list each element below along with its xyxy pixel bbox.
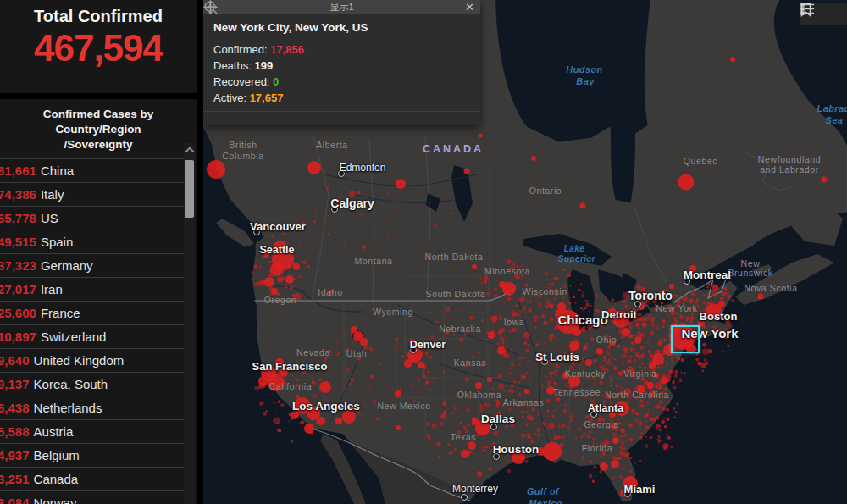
case-count: 65,778 <box>0 211 36 225</box>
total-confirmed-value: 467,594 <box>0 28 197 69</box>
total-confirmed-panel: Total Confirmed 467,594 <box>0 0 197 93</box>
list-item[interactable]: 6,438Netherlands <box>0 396 185 420</box>
country-name: Austria <box>34 424 74 439</box>
list-item[interactable]: 37,323Germany <box>0 254 185 278</box>
country-list: 81,661China74,386Italy65,778US49,515Spai… <box>0 158 185 504</box>
case-count: 49,515 <box>0 235 36 249</box>
popup-stat-row: Confirmed: 17,856 <box>213 42 470 58</box>
case-count: 6,438 <box>0 401 30 415</box>
country-name: Norway <box>34 496 77 504</box>
list-item[interactable]: 10,897Switzerland <box>0 325 185 349</box>
popup-title: New York City, New York, US <box>213 21 470 34</box>
list-item[interactable]: 25,600France <box>0 302 185 325</box>
popup-stat-row: Deaths: 199 <box>213 58 470 74</box>
list-item[interactable]: 27,017Iran <box>0 278 185 302</box>
list-item[interactable]: 9,137Korea, South <box>0 373 185 396</box>
popup-body: New York City, New York, US Confirmed: 1… <box>203 14 480 111</box>
country-name: Switzerland <box>41 330 107 344</box>
list-item[interactable]: 3,084Norway <box>0 491 185 504</box>
popup-stats: Confirmed: 17,856Deaths: 199Recovered: 0… <box>213 42 470 106</box>
country-name: Iran <box>41 282 63 296</box>
case-count: 25,600 <box>0 306 36 320</box>
country-name: Belgium <box>34 448 80 462</box>
country-name: United Kingdom <box>34 353 125 368</box>
country-name: France <box>41 306 80 320</box>
country-list-scrollbar[interactable] <box>184 143 195 504</box>
close-icon[interactable]: ✕ <box>465 0 474 14</box>
case-count: 9,137 <box>0 377 30 391</box>
case-count: 10,897 <box>0 330 36 344</box>
list-item[interactable]: 74,386Italy <box>0 183 185 207</box>
country-list-header: Confirmed Cases by Country/Region /Sover… <box>0 99 197 158</box>
map-canvas[interactable]: CANADABritishColumbiaAlbertaQuebecOntari… <box>203 0 847 504</box>
list-item[interactable]: 81,661China <box>0 159 185 183</box>
country-name: Korea, South <box>34 377 108 391</box>
case-count: 9,640 <box>0 353 30 368</box>
country-name: US <box>41 211 58 225</box>
map-selection-rectangle <box>671 325 700 353</box>
scroll-up-icon[interactable] <box>185 146 192 152</box>
case-count: 3,084 <box>0 496 30 504</box>
popup-stat-row: Recovered: 0 <box>213 74 470 90</box>
list-item[interactable]: 3,251Canada <box>0 468 185 491</box>
case-count: 74,386 <box>0 187 36 202</box>
case-count: 81,661 <box>0 163 36 178</box>
popup-header-label: 显示1 <box>329 2 353 12</box>
scrollbar-thumb[interactable] <box>185 160 194 218</box>
case-count: 37,323 <box>0 258 36 273</box>
popup-header[interactable]: 显示1 ✕ <box>203 0 480 14</box>
total-confirmed-title: Total Confirmed <box>0 7 197 26</box>
country-name: Italy <box>41 187 64 202</box>
country-name: China <box>41 163 74 178</box>
sidebar: Total Confirmed 467,594 Confirmed Cases … <box>0 0 197 504</box>
feature-popup: 显示1 ✕ New York City, New York, US Confir… <box>203 0 480 125</box>
country-list-panel: Confirmed Cases by Country/Region /Sover… <box>0 99 197 504</box>
case-count: 3,251 <box>0 472 30 486</box>
list-item[interactable]: 4,937Belgium <box>0 444 185 468</box>
list-item[interactable]: 65,778US <box>0 207 185 230</box>
case-count: 4,937 <box>0 448 30 462</box>
country-name: Canada <box>34 472 79 486</box>
country-name: Netherlands <box>34 401 102 415</box>
list-item[interactable]: 9,640United Kingdom <box>0 349 185 373</box>
case-count: 5,588 <box>0 424 30 439</box>
covid-dashboard: Total Confirmed 467,594 Confirmed Cases … <box>0 0 847 504</box>
case-count: 27,017 <box>0 282 36 296</box>
popup-footer <box>203 111 480 125</box>
map-toolbar <box>800 3 847 25</box>
country-name: Spain <box>41 235 73 249</box>
list-item[interactable]: 5,588Austria <box>0 420 185 444</box>
country-name: Germany <box>41 258 93 273</box>
popup-stat-row: Active: 17,657 <box>213 90 470 106</box>
list-item[interactable]: 49,515Spain <box>0 230 185 254</box>
